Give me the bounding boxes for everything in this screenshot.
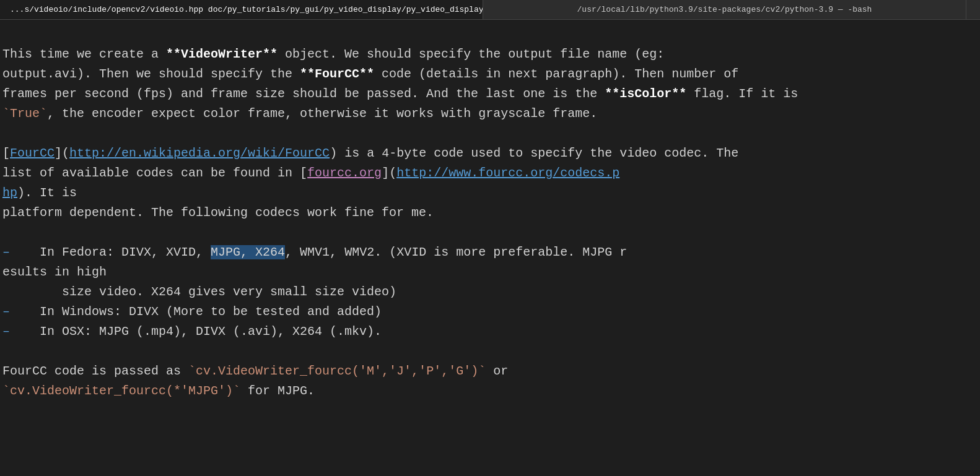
fourcc-org-url-close: ). It is platform dependent. The followi… bbox=[2, 186, 434, 220]
list-item-3-text: In OSX: MJPG (.mp4), DIVX (.avi), X264 (… bbox=[10, 324, 382, 339]
paragraph3c-text: for MJPG. bbox=[240, 384, 315, 398]
fourcc-org-close: ]( bbox=[382, 166, 396, 180]
list-dash-3: – bbox=[2, 324, 10, 339]
fourcc-bold: **FourCC** bbox=[300, 67, 374, 81]
fourcc-link-close: ]( bbox=[55, 146, 69, 160]
fourcc-url[interactable]: http://en.wikipedia.org/wiki/FourCC bbox=[69, 146, 330, 160]
list-dash-1: – bbox=[2, 245, 10, 259]
paragraph3a-text: FourCC code is passed as bbox=[2, 364, 188, 378]
list-item-1-text: In Fedora: DIVX, XVID, bbox=[10, 245, 211, 259]
paragraph1e-text: , the encoder expect color frame, otherw… bbox=[47, 106, 597, 121]
paragraph3b-text: or bbox=[486, 364, 508, 378]
fourcc-link-open: [ bbox=[2, 146, 10, 160]
videowriter-bold: **VideoWriter** bbox=[166, 47, 278, 61]
editor-tab[interactable]: ...s/videoio/include/opencv2/videoio.hpp… bbox=[0, 0, 483, 19]
true-code: `True` bbox=[2, 106, 47, 121]
fourcc-org-link[interactable]: fourcc.org bbox=[307, 166, 382, 180]
tab-bar: ...s/videoio/include/opencv2/videoio.hpp… bbox=[0, 0, 980, 20]
list-item-1-highlight: MJPG, X264 bbox=[211, 245, 285, 259]
code2: `cv.VideoWriter_fourcc(*'MJPG')` bbox=[2, 384, 240, 398]
editor-tab-label: ...s/videoio/include/opencv2/videoio.hpp… bbox=[10, 4, 483, 16]
fourcc-url-close: ) bbox=[330, 146, 337, 160]
terminal-tab-label: /usr/local/lib/python3.9/site-packages/c… bbox=[577, 4, 872, 16]
iscolor-bold: **isColor** bbox=[605, 87, 686, 101]
paragraph1-text: This time we create a bbox=[2, 47, 166, 61]
fourcc-link[interactable]: FourCC bbox=[10, 146, 55, 160]
paragraph1d-text: flag. If it is bbox=[686, 87, 798, 101]
list-item-2-text: In Windows: DIVX (More to be tested and … bbox=[10, 305, 382, 319]
editor-content: This time we create a **VideoWriter** ob… bbox=[0, 20, 980, 406]
list-dash-2: – bbox=[2, 305, 10, 319]
terminal-tab[interactable]: /usr/local/lib/python3.9/site-packages/c… bbox=[483, 0, 966, 19]
code1: `cv.VideoWriter_fourcc('M','J','P','G')` bbox=[188, 364, 486, 378]
